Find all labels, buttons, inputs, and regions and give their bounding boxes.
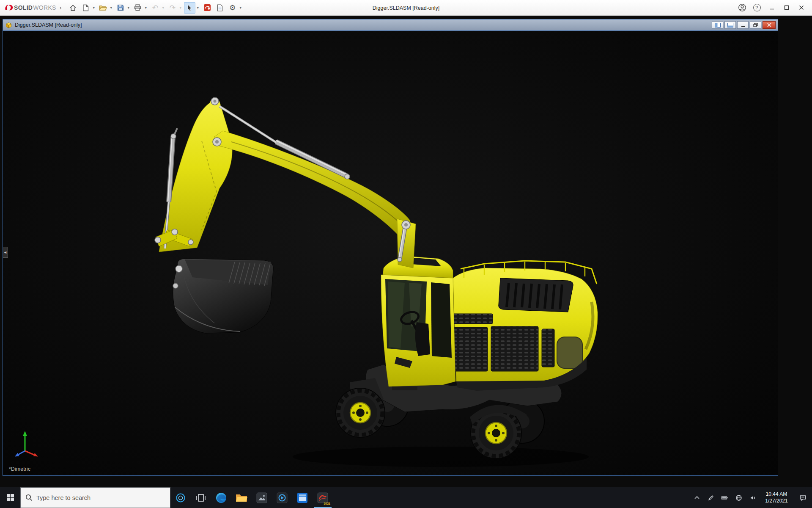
app-icon-photos[interactable] [252,487,272,508]
ground-shadow [293,447,589,467]
save-icon [117,4,124,11]
close-button[interactable] [795,2,808,14]
doc-pane-button-2[interactable] [724,21,736,29]
app-icon-media-player[interactable] [272,487,292,508]
open-button[interactable] [97,2,109,14]
print-button[interactable] [132,2,143,14]
help-button[interactable]: ? [750,2,763,14]
save-dropdown[interactable]: ▾ [126,2,131,14]
account-button[interactable] [735,2,749,14]
brand-solid-text: SOLID [14,4,33,11]
file-properties-button[interactable] [214,2,225,14]
options-button[interactable]: ⚙ [227,2,238,14]
cab [381,256,455,390]
app-icon-blue-window[interactable] [292,487,313,508]
rear-window [557,337,582,368]
search-icon [25,494,33,501]
blue-window-icon [297,492,308,503]
select-tool-button[interactable] [184,2,195,14]
windows-logo-icon [6,494,14,502]
doc-close-button[interactable] [763,21,776,29]
save-button[interactable] [115,2,126,14]
minimize-button[interactable] [765,2,778,14]
split-pane-icon [727,23,733,28]
3dexperience-button[interactable] [201,2,213,14]
tray-expand-button[interactable] [690,487,704,508]
photos-icon [256,492,267,503]
side-vent-2 [491,326,538,371]
maximize-button[interactable] [780,2,793,14]
battery-icon [721,494,728,501]
redo-button[interactable]: ↷ [167,2,178,14]
cortana-button[interactable] [170,487,191,508]
taskbar-clock[interactable]: 10:44 AM 1/27/2021 [760,487,793,508]
screen: SOLIDWORKS › ▾ [0,0,812,508]
action-center-button[interactable] [793,487,812,508]
start-button[interactable] [0,487,20,508]
open-folder-icon [99,5,107,11]
action-center-icon [799,494,807,501]
minimize-icon [769,5,774,10]
solidworks-logo: SOLIDWORKS [4,3,56,12]
file-properties-icon [217,4,223,11]
document-window: Digger.SLDASM [Read-only] [3,19,778,476]
maximize-icon [784,5,789,10]
home-icon [69,4,77,11]
task-view-icon [196,494,206,502]
select-tool-dropdown[interactable]: ▾ [195,2,200,14]
close-icon [799,5,804,10]
network-icon [735,494,742,501]
featuremanager-flyout-arrow[interactable]: ◄ [3,247,8,258]
orientation-triad [12,429,39,461]
redo-dropdown[interactable]: ▾ [178,2,183,14]
app-titlebar: SOLIDWORKS › ▾ [0,0,812,16]
graphics-viewport[interactable]: *Dimetric ◄ [3,30,778,475]
home-button[interactable] [67,2,79,14]
task-view-button[interactable] [191,487,211,508]
doc-restore-button[interactable] [750,21,761,29]
3dexperience-icon [203,4,211,11]
taskbar: 2021 [0,487,812,508]
side-vent-3 [542,329,554,367]
app-icon-file-explorer[interactable] [231,487,252,508]
print-dropdown[interactable]: ▾ [143,2,148,14]
gear-icon: ⚙ [229,4,236,11]
x-axis [25,451,35,455]
doc-minimize-button[interactable] [737,21,749,29]
clock-time: 10:44 AM [766,491,787,498]
assembly-document-icon [5,22,12,29]
display-pane-icon [715,23,721,28]
app-icon-solidworks[interactable]: 2021 [313,487,333,508]
front-wheel [336,388,385,437]
document-title: Digger.SLDASM [Read-only] [15,22,82,28]
new-document-button[interactable] [80,2,91,14]
print-icon [134,4,141,11]
flyout-arrow-icon: ◄ [3,250,7,254]
app-icon-edge[interactable] [211,487,231,508]
menu-expander-arrow[interactable]: › [60,4,62,11]
document-titlebar[interactable]: Digger.SLDASM [Read-only] [3,19,778,30]
tray-network-button[interactable] [732,487,746,508]
new-document-icon [82,4,89,11]
brand-works-text: WORKS [33,4,56,11]
doc-pane-button-1[interactable] [712,21,723,29]
mdi-area: Digger.SLDASM [Read-only] [0,16,812,487]
ds-logo-icon [4,3,14,12]
pen-icon [708,494,714,501]
undo-button[interactable]: ↶ [149,2,161,14]
tray-pen-button[interactable] [704,487,718,508]
clock-date: 1/27/2021 [765,498,787,505]
tray-battery-button[interactable] [718,487,732,508]
speaker-icon [749,494,756,501]
new-document-dropdown[interactable]: ▾ [91,2,96,14]
open-dropdown[interactable]: ▾ [109,2,113,14]
tray-volume-button[interactable] [746,487,760,508]
doc-close-icon [767,23,771,27]
media-player-icon [277,492,288,503]
options-dropdown[interactable]: ▾ [238,2,243,14]
redo-icon: ↷ [170,4,176,11]
taskbar-search[interactable] [20,487,170,508]
undo-dropdown[interactable]: ▾ [161,2,165,14]
help-icon: ? [753,4,761,11]
search-input[interactable] [36,494,155,501]
